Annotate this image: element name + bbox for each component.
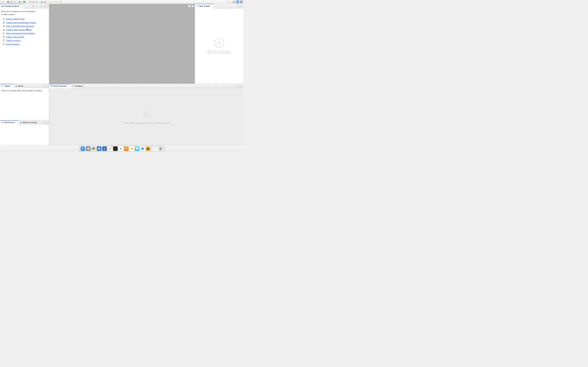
save-all-button[interactable] [13,0,16,3]
dropdown-arrow-icon[interactable]: ▼ [51,1,52,2]
dock-anypoint-studio[interactable] [102,146,107,151]
palette-hint-line2: file or test to see the palette [207,52,231,54]
collapse-all-button[interactable] [32,5,35,8]
munit-icon [15,85,17,87]
maximize-button[interactable]: □ [46,121,48,124]
maximize-button[interactable]: □ [191,5,194,7]
action-open-template[interactable]: Open a Template from Exchange [1,24,48,28]
deploy-button[interactable] [43,0,47,3]
dock-vscode[interactable] [97,146,101,151]
bottom-left-stack: Outline × MUnit ─ □ There is no active e… [0,84,49,145]
svg-point-82 [131,148,133,149]
svg-rect-28 [34,6,34,6]
tab-package-explorer[interactable]: Package Explorer × [0,4,23,8]
maximize-button[interactable]: □ [240,5,242,7]
mule-debug-perspective[interactable] [236,0,239,3]
pin-button[interactable] [59,0,62,3]
dock-terminal[interactable]: >_ [113,146,118,151]
macos-dock: >_ FE P [79,146,164,152]
tab-mule-properties[interactable]: Mule Properties × [49,84,70,88]
svg-rect-60 [146,110,147,112]
minimize-button[interactable]: ─ [43,5,45,7]
dock-fe-app[interactable]: FE [124,146,129,151]
editor-controls: ─ □ [188,5,194,7]
mule-design-perspective[interactable] [232,0,235,3]
dock-messages[interactable] [135,146,139,151]
save-button[interactable] [10,0,13,3]
minimize-button[interactable]: ─ [43,121,45,124]
svg-point-30 [40,6,41,6]
tab-munit-errors[interactable]: MUnit Errors × [0,121,19,125]
svg-point-54 [73,86,73,87]
toolbar-separator [5,0,6,3]
dock-safari[interactable] [140,146,145,151]
search-button[interactable] [35,0,39,3]
minimize-button[interactable]: ─ [237,85,240,87]
link-editor-button[interactable] [35,5,39,8]
action-create-api-spec[interactable]: Create an API Specification Project [1,21,48,25]
view-menu-button[interactable] [233,84,237,88]
action-create-java-project[interactable]: J Create a Java project [1,35,48,39]
properties-hint: Select a Mule message processor to edit … [123,122,170,124]
svg-rect-90 [154,147,156,150]
action-create-domain[interactable]: Create a Mule Domain Project [1,28,48,32]
dock-chrome[interactable] [91,146,96,151]
toolbar-separator [27,0,28,3]
api-button[interactable] [40,0,43,3]
notification-badge [111,146,112,147]
outline-icon [1,85,3,87]
maximize-button[interactable]: □ [46,85,48,87]
dock-pycharm[interactable]: P [146,146,150,151]
dock-finder[interactable] [81,146,85,151]
dock-launchpad[interactable] [86,146,91,151]
tab-munit[interactable]: MUnit [14,84,25,88]
action-create-project[interactable]: Create a project... [1,39,48,42]
empty-text-line2: To add a project: [1,13,48,16]
dropdown-arrow-icon[interactable]: ▼ [21,1,22,2]
view-menu-button[interactable] [39,5,42,8]
outline-tabbar: Outline × MUnit ─ □ [0,84,49,88]
exchange-icon[interactable] [7,0,10,3]
maximize-button[interactable]: □ [46,5,48,7]
svg-text:>_: >_ [114,148,116,150]
java-project-icon: J [2,36,5,38]
action-open-example[interactable]: Open an Example from Exchange [1,32,48,35]
minimize-button[interactable]: ─ [237,5,240,7]
dock-trash[interactable] [158,146,163,151]
main-layout: Package Explorer × ─ □ There are no proj… [0,4,243,145]
svg-rect-77 [110,148,111,149]
panel-controls: ─ □ [32,5,49,8]
close-icon[interactable]: × [11,85,13,87]
close-icon[interactable]: × [16,121,17,123]
palette-tabbar: Mule Palette × ─ □ [195,4,243,8]
api-perspective[interactable] [240,0,243,3]
minimize-button[interactable]: ─ [43,85,45,87]
close-icon[interactable]: × [68,85,69,87]
action-link: Create a Mule Project [6,17,25,20]
minimize-button[interactable]: ─ [188,5,191,7]
open-perspective-button[interactable] [227,0,230,3]
close-icon[interactable]: × [211,5,212,7]
status-bar: ⋮ ⋮ >_ FE P [0,145,243,152]
dock-slack[interactable] [108,146,112,151]
tab-outline[interactable]: Outline × [0,84,14,88]
stop-button[interactable] [29,0,32,3]
action-create-mule-project[interactable]: Create a Mule Project [1,17,48,21]
tab-mule-palette[interactable]: Mule Palette × [195,4,214,8]
dropdown-arrow-icon[interactable]: ▼ [56,1,57,2]
maximize-button[interactable]: □ [240,85,242,87]
svg-text:J: J [3,37,4,38]
dock-mongo[interactable] [119,146,123,151]
exchange-example-icon [2,32,5,34]
dropdown-arrow-icon[interactable]: ▼ [25,1,27,2]
munit-icon[interactable] [32,0,35,3]
dock-textedit[interactable] [153,146,157,151]
action-import-projects[interactable]: Import projects... [1,42,48,46]
close-icon[interactable]: × [20,5,22,7]
tab-munit-coverage[interactable]: MUnit Coverage [19,120,38,124]
tab-label: MUnit Errors [4,121,15,124]
dock-duck[interactable] [130,146,134,151]
outline-body: There is no active editor that provides … [0,88,49,93]
tab-problems[interactable]: Problems [70,84,84,88]
dropdown-arrow-icon[interactable]: ▼ [3,1,4,2]
